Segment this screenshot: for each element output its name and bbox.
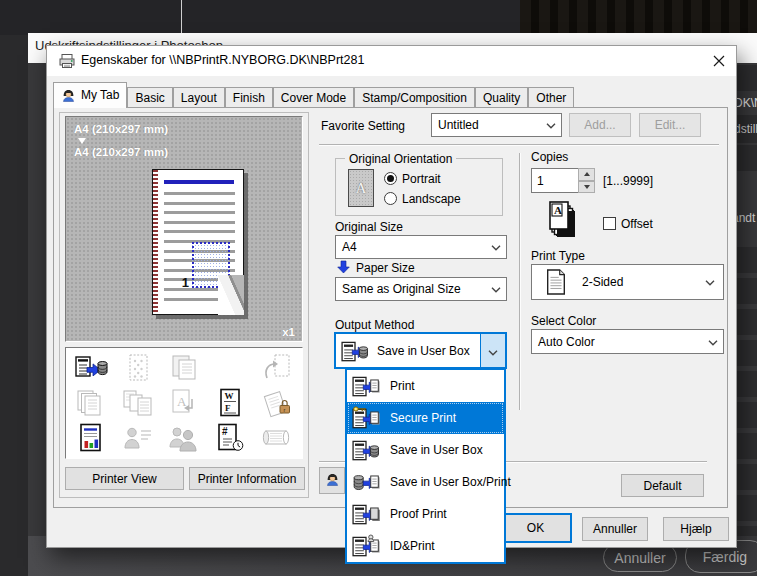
- portrait-radio[interactable]: [384, 172, 397, 185]
- output-option-proof-print[interactable]: Proof Print: [347, 498, 504, 530]
- avatar-icon: [325, 472, 340, 490]
- size-mapping-arrow-icon: [78, 138, 86, 144]
- background-text-fragment: DK\N: [734, 96, 757, 110]
- favorite-edit-button[interactable]: Edit...: [639, 113, 701, 137]
- favorite-add-button[interactable]: Add...: [569, 113, 631, 137]
- tab-quality[interactable]: Quality: [475, 87, 528, 108]
- page-transfer-feature-icon[interactable]: [258, 352, 296, 384]
- tab-basic[interactable]: Basic: [127, 87, 172, 108]
- combo-dropdown-button[interactable]: [480, 334, 505, 367]
- offset-stack-icon: A: [544, 198, 578, 244]
- svg-text:W: W: [225, 391, 234, 401]
- svg-text:A: A: [554, 204, 562, 216]
- combination-feature-icon[interactable]: [119, 387, 157, 419]
- original-size-label: Original Size: [335, 220, 403, 234]
- print-type-label: Print Type: [531, 249, 585, 263]
- output-option-secure-print[interactable]: Secure Print: [347, 402, 504, 434]
- original-orientation-label: Original Orientation: [345, 152, 456, 166]
- ok-button[interactable]: OK: [499, 513, 572, 543]
- output-print-icon: [352, 374, 380, 398]
- output-method-select[interactable]: Save in User Box: [334, 332, 507, 369]
- tab-cover-mode[interactable]: Cover Mode: [273, 87, 354, 108]
- font-feature-icon[interactable]: A: [165, 387, 203, 419]
- paper-size-label: Paper Size: [356, 261, 415, 275]
- original-size-select[interactable]: A4: [335, 235, 507, 259]
- chevron-down-icon: [488, 342, 498, 360]
- preview-page-number: 1: [182, 275, 189, 290]
- chevron-down-icon: [546, 118, 556, 132]
- printer-information-button[interactable]: Printer Information: [189, 467, 305, 490]
- page-numbering-feature-icon[interactable]: #: [211, 422, 249, 454]
- screen: Udskriftsindstillinger i Photoshop DK\N …: [0, 0, 757, 576]
- output-id-print-icon: [352, 534, 380, 558]
- select-color-label: Select Color: [531, 314, 596, 328]
- svg-text:#: #: [222, 426, 228, 437]
- copy-security-feature-icon[interactable]: r: [258, 387, 296, 419]
- preview-page-thumbnail: 1: [152, 169, 244, 315]
- account-user-feature-icon[interactable]: [119, 422, 157, 454]
- select-color-select[interactable]: Auto Color: [531, 329, 724, 354]
- svg-text:F: F: [225, 403, 231, 413]
- offset-label: Offset: [621, 217, 653, 231]
- output-save-userbox-icon: [341, 339, 369, 363]
- page-curl: [218, 275, 244, 315]
- svg-text:A: A: [177, 394, 187, 409]
- output-method-label: Output Method: [335, 318, 414, 332]
- save-userbox-feature-icon[interactable]: [72, 352, 110, 384]
- dialog-titlebar[interactable]: Egenskaber for \\NBPrintR.NYBORG.DK\NBPr…: [47, 46, 736, 76]
- stepper-down-button[interactable]: [578, 181, 595, 194]
- chevron-down-icon: [491, 240, 501, 254]
- panel-divider-line: [181, 0, 182, 33]
- output-option-print[interactable]: Print: [347, 370, 504, 402]
- printer-icon: [58, 53, 76, 73]
- report-chart-feature-icon[interactable]: [72, 422, 110, 454]
- copies-input[interactable]: 1: [531, 168, 579, 193]
- paper-size-select[interactable]: Same as Original Size: [335, 277, 507, 301]
- print-type-select[interactable]: 2-Sided: [531, 264, 724, 300]
- chevron-down-icon: [491, 282, 501, 296]
- tab-other[interactable]: Other: [528, 87, 574, 108]
- landscape-label: Landscape: [402, 192, 461, 206]
- landscape-radio[interactable]: [384, 192, 397, 205]
- favorite-setting-select[interactable]: Untitled: [431, 113, 562, 137]
- output-save-userbox-icon: [352, 438, 380, 462]
- tab-strip: My Tab Basic Layout Finish Cover Mode St…: [53, 82, 574, 108]
- output-secure-print-icon: [352, 406, 380, 430]
- preview-original-size: A4 (210x297 mm): [74, 123, 168, 135]
- separator: [319, 144, 719, 146]
- watermark-feature-icon[interactable]: [119, 352, 157, 384]
- banner-roll-feature-icon[interactable]: [258, 422, 296, 454]
- printer-view-button[interactable]: Printer View: [65, 467, 184, 490]
- offset-checkbox[interactable]: [603, 217, 616, 230]
- background-text-fragment: dstill: [734, 122, 757, 136]
- help-button[interactable]: Hjælp: [663, 517, 729, 541]
- cancel-button[interactable]: Annuller: [582, 517, 648, 541]
- output-option-save-in-userbox[interactable]: Save in User Box: [347, 434, 504, 466]
- orientation-thumbnail-icon: A: [348, 169, 374, 207]
- copies-label: Copies: [531, 150, 568, 164]
- my-tab-register-button[interactable]: [319, 467, 345, 494]
- tab-finish[interactable]: Finish: [225, 87, 273, 108]
- chevron-down-icon: [705, 275, 715, 289]
- output-proof-print-icon: [352, 502, 380, 526]
- svg-text:r: r: [283, 407, 285, 413]
- close-icon[interactable]: [704, 50, 734, 72]
- tab-layout[interactable]: Layout: [173, 87, 225, 108]
- tab-my-tab[interactable]: My Tab: [53, 82, 127, 108]
- output-option-id-print[interactable]: ID&Print: [347, 530, 504, 562]
- overlay-feature-icon[interactable]: WF: [211, 387, 249, 419]
- paper-size-arrow-icon: [337, 260, 350, 278]
- collate-feature-icon[interactable]: [72, 387, 110, 419]
- portrait-label: Portrait: [402, 172, 441, 186]
- chevron-down-icon: [708, 335, 718, 349]
- stepper-up-button[interactable]: [578, 168, 595, 181]
- favorite-setting-label: Favorite Setting: [321, 119, 405, 133]
- user-authentication-feature-icon[interactable]: [165, 422, 203, 454]
- default-button[interactable]: Default: [621, 474, 704, 497]
- output-option-save-in-userbox-print[interactable]: Save in User Box/Print: [347, 466, 504, 498]
- copy-pages-feature-icon[interactable]: [165, 352, 203, 384]
- empty-cell: [211, 352, 249, 384]
- tab-stamp-composition[interactable]: Stamp/Composition: [354, 87, 475, 108]
- output-save-userbox-print-icon: [352, 470, 380, 494]
- preview-paper-size: A4 (210x297 mm): [74, 146, 168, 158]
